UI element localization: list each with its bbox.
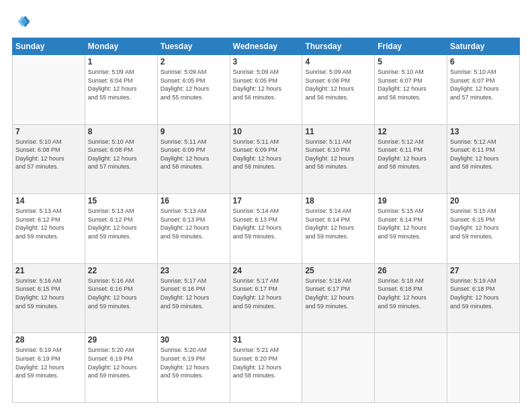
calendar-cell: 10Sunrise: 5:11 AM Sunset: 6:09 PM Dayli… [230,124,302,194]
day-number: 2 [161,57,227,66]
calendar-cell [375,333,447,403]
day-info: Sunrise: 5:15 AM Sunset: 6:14 PM Dayligh… [378,207,444,240]
day-info: Sunrise: 5:12 AM Sunset: 6:11 PM Dayligh… [378,138,444,171]
day-number: 5 [378,57,444,66]
day-info: Sunrise: 5:18 AM Sunset: 6:18 PM Dayligh… [378,277,444,310]
header [12,12,520,31]
calendar-week-row: 14Sunrise: 5:13 AM Sunset: 6:12 PM Dayli… [13,194,520,264]
calendar-cell: 18Sunrise: 5:14 AM Sunset: 6:14 PM Dayli… [302,194,375,264]
weekday-header-friday: Friday [375,38,447,55]
day-number: 18 [305,196,371,205]
page: SundayMondayTuesdayWednesdayThursdayFrid… [0,0,532,411]
day-number: 19 [378,196,444,205]
weekday-header-wednesday: Wednesday [230,38,302,55]
calendar-table: SundayMondayTuesdayWednesdayThursdayFrid… [12,38,520,403]
calendar-cell: 17Sunrise: 5:14 AM Sunset: 6:13 PM Dayli… [230,194,302,264]
calendar-cell: 30Sunrise: 5:20 AM Sunset: 6:19 PM Dayli… [157,333,230,403]
calendar-cell: 7Sunrise: 5:10 AM Sunset: 6:08 PM Daylig… [13,124,85,194]
day-number: 15 [88,196,154,205]
calendar-cell: 12Sunrise: 5:12 AM Sunset: 6:11 PM Dayli… [375,124,447,194]
day-info: Sunrise: 5:09 AM Sunset: 6:05 PM Dayligh… [161,68,227,101]
day-info: Sunrise: 5:14 AM Sunset: 6:14 PM Dayligh… [305,207,371,240]
calendar-cell: 8Sunrise: 5:10 AM Sunset: 6:08 PM Daylig… [85,124,157,194]
day-number: 7 [15,127,82,136]
calendar-cell: 31Sunrise: 5:21 AM Sunset: 6:20 PM Dayli… [230,333,302,403]
calendar-cell: 29Sunrise: 5:20 AM Sunset: 6:19 PM Dayli… [85,333,157,403]
calendar-cell: 13Sunrise: 5:12 AM Sunset: 6:11 PM Dayli… [447,124,520,194]
calendar-cell: 9Sunrise: 5:11 AM Sunset: 6:09 PM Daylig… [157,124,230,194]
day-number: 27 [450,266,517,275]
day-number: 4 [305,57,371,66]
calendar-cell [447,333,520,403]
day-number: 11 [305,127,371,136]
day-info: Sunrise: 5:09 AM Sunset: 6:06 PM Dayligh… [305,68,371,101]
day-number: 14 [15,196,82,205]
day-number: 30 [161,335,227,345]
day-number: 23 [161,266,227,275]
day-info: Sunrise: 5:19 AM Sunset: 6:18 PM Dayligh… [450,277,517,310]
weekday-header-sunday: Sunday [13,38,85,55]
weekday-header-saturday: Saturday [447,38,520,55]
day-info: Sunrise: 5:13 AM Sunset: 6:12 PM Dayligh… [15,207,82,240]
day-number: 1 [88,57,154,66]
day-info: Sunrise: 5:11 AM Sunset: 6:09 PM Dayligh… [233,138,300,171]
day-info: Sunrise: 5:20 AM Sunset: 6:19 PM Dayligh… [88,346,154,379]
day-info: Sunrise: 5:10 AM Sunset: 6:08 PM Dayligh… [88,138,154,171]
calendar-cell: 27Sunrise: 5:19 AM Sunset: 6:18 PM Dayli… [447,263,520,333]
calendar-cell [13,55,85,125]
day-number: 25 [305,266,371,275]
day-info: Sunrise: 5:09 AM Sunset: 6:05 PM Dayligh… [233,68,300,101]
day-info: Sunrise: 5:15 AM Sunset: 6:15 PM Dayligh… [450,207,517,240]
day-info: Sunrise: 5:16 AM Sunset: 6:16 PM Dayligh… [88,277,154,310]
calendar-cell: 26Sunrise: 5:18 AM Sunset: 6:18 PM Dayli… [375,263,447,333]
day-info: Sunrise: 5:21 AM Sunset: 6:20 PM Dayligh… [233,346,300,379]
day-info: Sunrise: 5:13 AM Sunset: 6:12 PM Dayligh… [88,207,154,240]
calendar-cell: 15Sunrise: 5:13 AM Sunset: 6:12 PM Dayli… [85,194,157,264]
calendar-cell [302,333,375,403]
calendar-week-row: 1Sunrise: 5:09 AM Sunset: 6:04 PM Daylig… [13,55,520,125]
day-info: Sunrise: 5:14 AM Sunset: 6:13 PM Dayligh… [233,207,300,240]
calendar-cell: 4Sunrise: 5:09 AM Sunset: 6:06 PM Daylig… [302,55,375,125]
day-number: 24 [233,266,300,275]
day-number: 29 [88,335,154,345]
day-info: Sunrise: 5:10 AM Sunset: 6:07 PM Dayligh… [450,68,517,101]
day-number: 31 [233,335,300,345]
day-number: 17 [233,196,300,205]
day-info: Sunrise: 5:17 AM Sunset: 6:16 PM Dayligh… [161,277,227,310]
calendar-week-row: 21Sunrise: 5:16 AM Sunset: 6:15 PM Dayli… [13,263,520,333]
calendar-cell: 16Sunrise: 5:13 AM Sunset: 6:13 PM Dayli… [157,194,230,264]
day-info: Sunrise: 5:20 AM Sunset: 6:19 PM Dayligh… [161,346,227,379]
day-info: Sunrise: 5:12 AM Sunset: 6:11 PM Dayligh… [450,138,517,171]
calendar-cell: 2Sunrise: 5:09 AM Sunset: 6:05 PM Daylig… [157,55,230,125]
day-number: 6 [450,57,517,66]
day-number: 8 [88,127,154,136]
day-info: Sunrise: 5:09 AM Sunset: 6:04 PM Dayligh… [88,68,154,101]
calendar-cell: 21Sunrise: 5:16 AM Sunset: 6:15 PM Dayli… [13,263,85,333]
day-info: Sunrise: 5:16 AM Sunset: 6:15 PM Dayligh… [15,277,82,310]
calendar-cell: 1Sunrise: 5:09 AM Sunset: 6:04 PM Daylig… [85,55,157,125]
day-number: 22 [88,266,154,275]
calendar-cell: 20Sunrise: 5:15 AM Sunset: 6:15 PM Dayli… [447,194,520,264]
day-info: Sunrise: 5:18 AM Sunset: 6:17 PM Dayligh… [305,277,371,310]
calendar-week-row: 7Sunrise: 5:10 AM Sunset: 6:08 PM Daylig… [13,124,520,194]
calendar-cell: 5Sunrise: 5:10 AM Sunset: 6:07 PM Daylig… [375,55,447,125]
calendar-cell: 28Sunrise: 5:19 AM Sunset: 6:19 PM Dayli… [13,333,85,403]
day-number: 13 [450,127,517,136]
calendar-cell: 6Sunrise: 5:10 AM Sunset: 6:07 PM Daylig… [447,55,520,125]
weekday-header-monday: Monday [85,38,157,55]
logo-icon [12,12,31,31]
day-number: 3 [233,57,300,66]
calendar-cell: 19Sunrise: 5:15 AM Sunset: 6:14 PM Dayli… [375,194,447,264]
day-info: Sunrise: 5:19 AM Sunset: 6:19 PM Dayligh… [15,346,82,379]
calendar-cell: 25Sunrise: 5:18 AM Sunset: 6:17 PM Dayli… [302,263,375,333]
calendar-cell: 23Sunrise: 5:17 AM Sunset: 6:16 PM Dayli… [157,263,230,333]
calendar-cell: 3Sunrise: 5:09 AM Sunset: 6:05 PM Daylig… [230,55,302,125]
day-number: 28 [15,335,82,345]
logo [12,12,34,31]
day-number: 9 [161,127,227,136]
day-number: 26 [378,266,444,275]
day-number: 21 [15,266,82,275]
day-info: Sunrise: 5:11 AM Sunset: 6:10 PM Dayligh… [305,138,371,171]
day-number: 16 [161,196,227,205]
calendar-cell: 14Sunrise: 5:13 AM Sunset: 6:12 PM Dayli… [13,194,85,264]
